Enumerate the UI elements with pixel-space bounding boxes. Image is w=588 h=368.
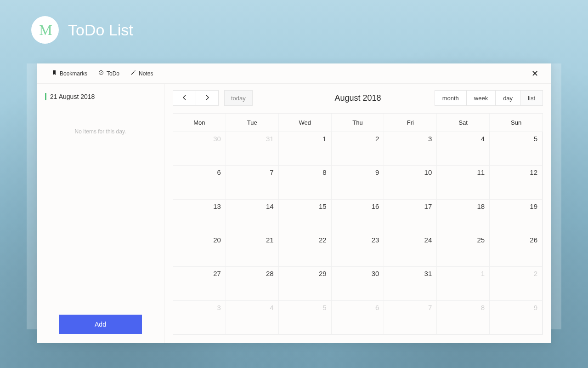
dow-label: Tue: [226, 114, 279, 132]
calendar-cell[interactable]: 15: [279, 200, 332, 233]
logo: M: [31, 16, 59, 44]
page-header: M ToDo List: [31, 16, 133, 44]
dow-label: Wed: [279, 114, 332, 132]
calendar-cell[interactable]: 5: [490, 132, 543, 166]
day-number: 7: [428, 304, 432, 311]
calendar-cell[interactable]: 13: [173, 200, 226, 233]
tab-bookmarks[interactable]: Bookmarks: [46, 67, 93, 80]
calendar-cell[interactable]: 23: [332, 233, 384, 267]
day-number: 27: [213, 270, 221, 277]
calendar-cell[interactable]: 10: [384, 166, 437, 199]
day-number: 8: [322, 168, 326, 176]
day-number: 25: [477, 236, 485, 244]
calendar-cell[interactable]: 2: [332, 132, 384, 166]
view-list-button[interactable]: list: [520, 90, 543, 106]
calendar-cell[interactable]: 19: [490, 200, 543, 233]
day-number: 2: [534, 270, 537, 277]
calendar-cell[interactable]: 4: [437, 132, 490, 166]
day-number: 23: [372, 236, 379, 244]
calendar-cell[interactable]: 5: [279, 301, 332, 334]
calendar-cell[interactable]: 31: [384, 267, 437, 300]
calendar-cell[interactable]: 9: [332, 166, 384, 199]
day-number: 21: [266, 236, 274, 244]
calendar-cell[interactable]: 17: [384, 200, 437, 233]
logo-letter: M: [39, 22, 51, 39]
day-number: 22: [319, 236, 327, 244]
add-button-label: Add: [95, 321, 106, 328]
day-number: 5: [322, 304, 326, 311]
calendar-cell[interactable]: 2: [490, 267, 543, 300]
day-number: 10: [424, 168, 432, 176]
calendar-cell[interactable]: 1: [279, 132, 332, 166]
view-week-button[interactable]: week: [467, 90, 496, 106]
add-button[interactable]: Add: [59, 315, 142, 334]
calendar-cell[interactable]: 16: [332, 200, 384, 233]
calendar-cell[interactable]: 7: [226, 166, 279, 199]
close-button[interactable]: ✕: [528, 67, 542, 80]
tabs-row: Bookmarks ToDo Notes ✕: [37, 63, 551, 84]
day-number: 30: [372, 270, 379, 277]
today-button[interactable]: today: [224, 90, 253, 106]
calendar-cell[interactable]: 6: [332, 301, 384, 334]
calendar-cell[interactable]: 7: [384, 301, 437, 334]
month-title: August 2018: [334, 93, 381, 103]
dow-header: MonTueWedThuFriSatSun: [173, 113, 543, 132]
sidebar: 21 August 2018 No items for this day. Ad…: [37, 84, 164, 343]
calendar-cell[interactable]: 26: [490, 233, 543, 267]
calendar-cell[interactable]: 1: [437, 267, 490, 300]
content: 21 August 2018 No items for this day. Ad…: [37, 84, 551, 343]
calendar-cell[interactable]: 30: [173, 132, 226, 166]
calendar-cell[interactable]: 4: [226, 301, 279, 334]
calendar-cell[interactable]: 3: [384, 132, 437, 166]
calendar-cell[interactable]: 9: [490, 301, 543, 334]
calendar-cell[interactable]: 12: [490, 166, 543, 199]
day-number: 11: [477, 168, 485, 176]
calendar-cell[interactable]: 14: [226, 200, 279, 233]
calendar: today August 2018 month week day list Mo…: [164, 84, 551, 343]
calendar-cell[interactable]: 6: [173, 166, 226, 199]
day-number: 3: [217, 304, 221, 311]
calendar-cell[interactable]: 29: [279, 267, 332, 300]
day-number: 1: [481, 270, 485, 277]
accent-bar: [45, 93, 46, 100]
next-button[interactable]: [196, 90, 219, 106]
selected-date-header: 21 August 2018: [45, 93, 156, 100]
day-number: 19: [530, 202, 537, 210]
tab-notes[interactable]: Notes: [125, 67, 158, 80]
calendar-cell[interactable]: 31: [226, 132, 279, 166]
tab-todo[interactable]: ToDo: [93, 67, 125, 80]
day-number: 17: [424, 202, 432, 210]
tab-label: ToDo: [107, 70, 119, 77]
calendar-cell[interactable]: 3: [173, 301, 226, 334]
day-number: 30: [213, 135, 221, 143]
calendar-cell[interactable]: 11: [437, 166, 490, 199]
day-number: 13: [213, 202, 221, 210]
calendar-cell[interactable]: 25: [437, 233, 490, 267]
calendar-cell[interactable]: 30: [332, 267, 384, 300]
calendar-cell[interactable]: 22: [279, 233, 332, 267]
calendar-cell[interactable]: 21: [226, 233, 279, 267]
check-icon: [98, 70, 104, 77]
calendar-cell[interactable]: 24: [384, 233, 437, 267]
calendar-cell[interactable]: 20: [173, 233, 226, 267]
day-number: 6: [375, 304, 379, 311]
prev-button[interactable]: [173, 90, 196, 106]
calendar-cell[interactable]: 8: [279, 166, 332, 199]
calendar-cell[interactable]: 28: [226, 267, 279, 300]
dow-label: Fri: [384, 114, 437, 132]
day-number: 24: [424, 236, 432, 244]
day-number: 15: [319, 202, 327, 210]
day-number: 18: [477, 202, 485, 210]
day-number: 9: [534, 304, 537, 311]
view-month-button[interactable]: month: [435, 90, 467, 106]
calendar-cell[interactable]: 8: [437, 301, 490, 334]
calendar-cell[interactable]: 18: [437, 200, 490, 233]
today-label: today: [231, 95, 246, 102]
dow-label: Thu: [332, 114, 384, 132]
calendar-cell[interactable]: 27: [173, 267, 226, 300]
view-day-button[interactable]: day: [496, 90, 520, 106]
svg-point-0: [99, 71, 103, 75]
view-group: month week day list: [435, 90, 543, 106]
calendar-grid: 3031123456789101112131415161718192021222…: [173, 132, 543, 335]
chevron-right-icon: [205, 94, 209, 102]
